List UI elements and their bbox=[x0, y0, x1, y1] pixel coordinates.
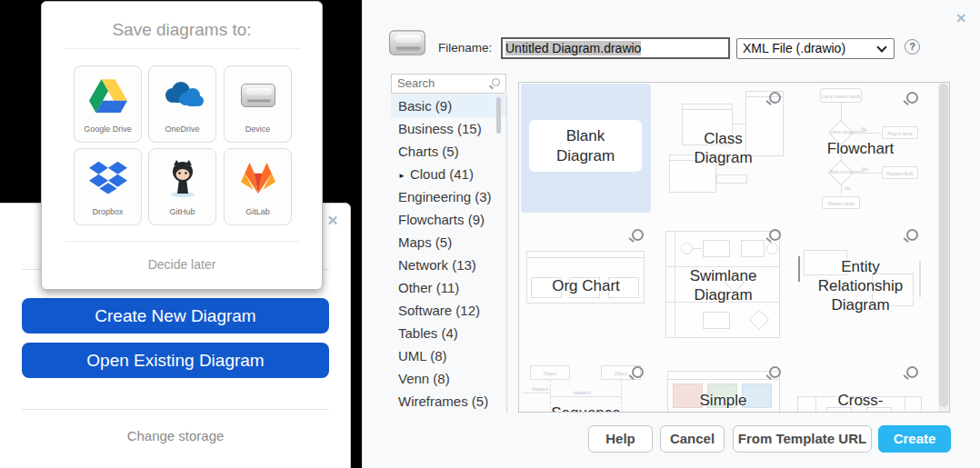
zoom-preview-icon[interactable] bbox=[628, 366, 644, 382]
template-scrollbar[interactable] bbox=[938, 83, 949, 412]
filename-label: Filename: bbox=[438, 41, 492, 55]
format-dropdown[interactable]: XML File (.drawio) bbox=[736, 38, 895, 59]
search-input[interactable] bbox=[392, 75, 483, 92]
create-diagram-dialog: ✕ Filename: Untitled Diagram.drawio XML … bbox=[362, 0, 980, 468]
category-venn[interactable]: Venn (8) bbox=[391, 367, 506, 390]
zoom-preview-icon[interactable] bbox=[765, 366, 781, 382]
category-list: Basic (9) Business (15) Charts (5) ►Clou… bbox=[391, 95, 507, 413]
save-diagrams-dialog: Save diagrams to: Google Drive bbox=[41, 1, 323, 290]
search-icon[interactable] bbox=[489, 78, 501, 90]
category-tables[interactable]: Tables (4) bbox=[391, 322, 506, 344]
change-storage-link[interactable]: Change storage bbox=[22, 428, 329, 443]
provider-github[interactable]: GitHub bbox=[148, 148, 216, 225]
from-template-url-button[interactable]: From Template URL bbox=[733, 425, 872, 453]
category-scrollbar[interactable] bbox=[496, 97, 501, 134]
expand-arrow-icon: ► bbox=[398, 172, 405, 180]
category-engineering[interactable]: Engineering (3) bbox=[391, 185, 506, 208]
github-icon bbox=[149, 157, 215, 199]
blank-diagram-label-box: Blank Diagram bbox=[529, 120, 642, 172]
onedrive-icon bbox=[149, 75, 215, 116]
category-uml[interactable]: UML (8) bbox=[391, 344, 506, 367]
template-grid: Blank Diagram Class Diagram Lamp doesn' bbox=[518, 82, 950, 413]
filename-selected-text: Untitled Diagram.drawio bbox=[505, 41, 641, 55]
create-button[interactable]: Create bbox=[878, 425, 951, 453]
template-swimlane-diagram[interactable]: Swimlane Diagram bbox=[658, 221, 788, 350]
google-drive-icon bbox=[75, 75, 141, 116]
decide-later-link[interactable]: Decide later bbox=[42, 257, 322, 272]
category-business[interactable]: Business (15) bbox=[391, 117, 506, 140]
template-flowchart[interactable]: Lamp doesn't work Lamp plugged in? No Pl… bbox=[795, 84, 925, 213]
category-other[interactable]: Other (11) bbox=[391, 276, 506, 299]
category-network[interactable]: Network (13) bbox=[391, 254, 506, 276]
zoom-preview-icon[interactable] bbox=[765, 92, 781, 107]
template-blank-diagram[interactable]: Blank Diagram bbox=[521, 84, 651, 213]
provider-dropbox[interactable]: Dropbox bbox=[74, 148, 142, 225]
category-maps[interactable]: Maps (5) bbox=[391, 231, 506, 254]
provider-google-drive[interactable]: Google Drive bbox=[74, 65, 142, 143]
help-button[interactable]: Help bbox=[588, 425, 653, 453]
provider-onedrive[interactable]: OneDrive bbox=[148, 65, 216, 143]
drawio-app: ✕ Create New Diagram Open Existing Diagr… bbox=[0, 0, 980, 468]
close-icon[interactable]: ✕ bbox=[325, 213, 341, 229]
create-new-diagram-button[interactable]: Create New Diagram bbox=[22, 298, 329, 334]
zoom-preview-icon[interactable] bbox=[903, 366, 918, 382]
open-existing-diagram-button[interactable]: Open Existing Diagram bbox=[22, 343, 329, 378]
divider bbox=[65, 241, 301, 242]
cancel-button[interactable]: Cancel bbox=[660, 425, 725, 453]
zoom-preview-icon[interactable] bbox=[628, 229, 644, 244]
chevron-down-icon bbox=[876, 42, 886, 52]
zoom-preview-icon[interactable] bbox=[903, 92, 918, 107]
filename-input[interactable]: Untitled Diagram.drawio bbox=[501, 37, 730, 59]
category-software[interactable]: Software (12) bbox=[391, 299, 506, 322]
template-sequence[interactable]: Object Object dispatch dispatch Sequence bbox=[521, 358, 651, 413]
divider bbox=[65, 48, 301, 49]
category-wireframes[interactable]: Wireframes (5) bbox=[391, 390, 506, 413]
template-search bbox=[391, 74, 506, 94]
category-cloud[interactable]: ►Cloud (41) bbox=[391, 163, 506, 185]
save-dialog-title: Save diagrams to: bbox=[42, 20, 322, 40]
device-icon bbox=[225, 75, 291, 116]
category-basic[interactable]: Basic (9) bbox=[391, 95, 506, 117]
gitlab-icon bbox=[225, 157, 291, 199]
category-flowcharts[interactable]: Flowcharts (9) bbox=[391, 208, 506, 231]
device-storage-icon bbox=[389, 30, 425, 55]
provider-gitlab[interactable]: GitLab bbox=[224, 148, 292, 225]
close-icon[interactable]: ✕ bbox=[953, 10, 969, 26]
zoom-preview-icon[interactable] bbox=[765, 229, 781, 244]
divider bbox=[22, 409, 329, 410]
dropbox-icon bbox=[75, 157, 141, 199]
format-selected-value: XML File (.drawio) bbox=[743, 41, 845, 55]
provider-device[interactable]: Device bbox=[224, 65, 292, 143]
template-scrollbar-thumb[interactable] bbox=[939, 84, 948, 407]
template-class-diagram[interactable]: Class Diagram bbox=[658, 84, 788, 213]
zoom-preview-icon[interactable] bbox=[903, 229, 918, 244]
template-entity-relationship-diagram[interactable]: Entity Relationship Diagram bbox=[795, 221, 925, 350]
category-charts[interactable]: Charts (5) bbox=[391, 140, 506, 163]
template-cross-functional[interactable]: Cross- bbox=[795, 358, 925, 413]
template-org-chart[interactable]: Org Chart bbox=[521, 221, 651, 350]
template-simple[interactable]: Simple bbox=[658, 358, 788, 413]
help-icon[interactable]: ? bbox=[905, 39, 920, 55]
